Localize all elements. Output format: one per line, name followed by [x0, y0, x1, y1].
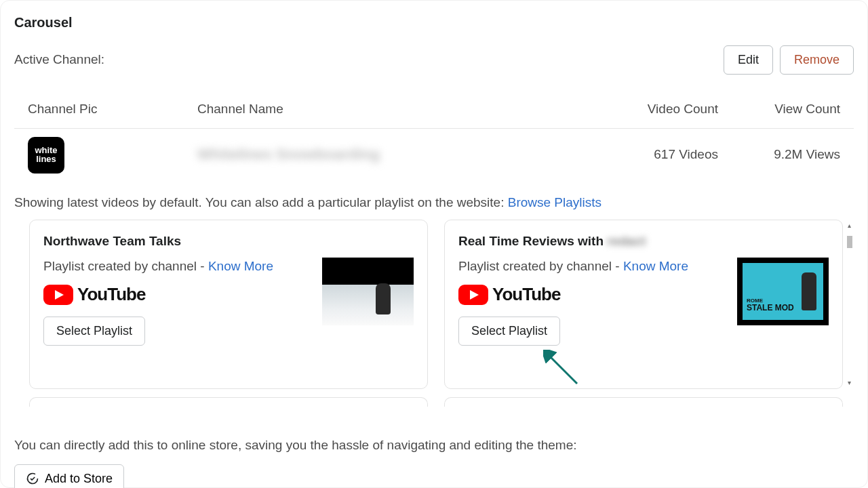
playlist-subtitle: Playlist created by channel - Know More: [43, 258, 311, 276]
youtube-logo: YouTube: [458, 282, 726, 306]
table-header: Channel Pic Channel Name Video Count Vie…: [14, 94, 854, 129]
scrollbar[interactable]: ▴ ▾: [844, 220, 854, 389]
channel-avatar-cell: whitelines: [28, 137, 197, 174]
section-title: Carousel: [14, 13, 854, 32]
carousel-panel: Carousel Active Channel: Edit Remove Cha…: [0, 0, 868, 488]
playlist-title: Real Time Reviews with redact: [458, 232, 829, 251]
youtube-play-icon: [43, 285, 73, 305]
playlist-grid: Northwave Team Talks Playlist created by…: [14, 220, 854, 389]
playlist-thumbnail: ROME STALE MOD: [737, 258, 829, 325]
playlist-card-peek: [29, 397, 428, 407]
channel-name-cell: Whitelines Snowboarding: [197, 144, 596, 165]
scroll-down-icon[interactable]: ▾: [848, 378, 851, 388]
playlist-subtitle: Playlist created by channel - Know More: [458, 258, 726, 276]
table-row: whitelines Whitelines Snowboarding 617 V…: [14, 129, 854, 190]
playlist-info-line: Showing latest videos by default. You ca…: [14, 194, 854, 212]
add-to-store-label: Add to Store: [45, 472, 113, 486]
check-circle-icon: [26, 472, 39, 485]
browse-playlists-link[interactable]: Browse Playlists: [508, 195, 601, 209]
playlist-thumbnail: [322, 258, 414, 325]
th-channel-name: Channel Name: [197, 100, 596, 119]
scroll-up-icon[interactable]: ▴: [848, 221, 851, 230]
youtube-text: YouTube: [492, 282, 560, 306]
thumbnail-caption: ROME STALE MOD: [747, 298, 794, 312]
add-to-store-button[interactable]: Add to Store: [14, 464, 124, 488]
playlist-title: Northwave Team Talks: [43, 232, 414, 251]
edit-button[interactable]: Edit: [724, 45, 773, 75]
th-video-count: Video Count: [596, 100, 718, 119]
youtube-text: YouTube: [77, 282, 145, 306]
know-more-link[interactable]: Know More: [623, 259, 688, 273]
playlist-info-text: Showing latest videos by default. You ca…: [14, 195, 508, 209]
video-count: 617 Videos: [596, 146, 718, 164]
remove-button[interactable]: Remove: [780, 45, 854, 75]
scrollbar-thumb[interactable]: [847, 236, 852, 248]
know-more-link[interactable]: Know More: [208, 259, 273, 273]
youtube-play-icon: [458, 285, 488, 305]
add-to-store-text: You can directly add this to online stor…: [14, 436, 854, 455]
select-playlist-button[interactable]: Select Playlist: [43, 317, 145, 346]
header-row: Active Channel: Edit Remove: [14, 45, 854, 75]
playlist-card: Northwave Team Talks Playlist created by…: [29, 220, 428, 389]
header-buttons: Edit Remove: [724, 45, 854, 75]
next-row-peek: [14, 397, 854, 407]
youtube-logo: YouTube: [43, 282, 311, 306]
channel-avatar: whitelines: [28, 137, 64, 174]
playlist-card: Real Time Reviews with redact Playlist c…: [444, 220, 843, 389]
active-channel-label: Active Channel:: [14, 51, 104, 69]
select-playlist-button[interactable]: Select Playlist: [458, 317, 560, 346]
channel-name-blurred: Whitelines Snowboarding: [197, 146, 380, 163]
th-view-count: View Count: [718, 100, 840, 119]
playlist-card-peek: [444, 397, 843, 407]
view-count: 9.2M Views: [718, 146, 840, 164]
th-channel-pic: Channel Pic: [28, 100, 197, 119]
